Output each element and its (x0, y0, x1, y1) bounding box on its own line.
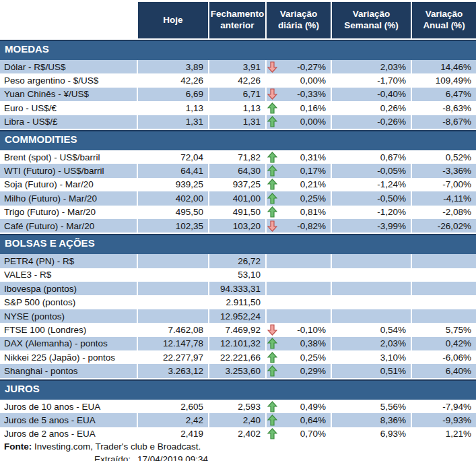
cell-variacao-diaria-value: 0,29% (300, 366, 326, 376)
cell-variacao-diaria-value: 0,38% (300, 338, 326, 348)
cell-variacao-anual: -6,06% (411, 350, 476, 364)
section-rows: Dólar - R$/US$ 3,89 3,91 -0,27% 2,03% 14… (0, 60, 476, 129)
cell-variacao-semanal (331, 295, 411, 309)
cell-variacao-semanal: -0,05% (331, 164, 411, 177)
cell-variacao-anual: -2,08% (411, 206, 476, 219)
section-title: JUROS (0, 379, 476, 400)
table-row: Milho (Futuro) - Mar/20 402,00 401,00 0,… (0, 191, 476, 205)
table-row: Nikkei 225 (Japão) - pontos 22.277,97 22… (0, 350, 476, 364)
row-label: VALE3 - R$ (0, 268, 137, 282)
cell-variacao-semanal: 8,36% (331, 413, 411, 427)
cell-fechamento: 103,20 (208, 219, 265, 233)
cell-fechamento: 6,71 (208, 88, 265, 101)
cell-variacao-diaria: 0,49% (265, 400, 331, 413)
cell-variacao-diaria (265, 254, 331, 268)
cell-variacao-diaria-value: 0,81% (300, 207, 326, 217)
cell-variacao-anual: -3,36% (411, 164, 476, 177)
section: JUROS Juros de 10 anos - EUA 2,605 2,593… (0, 379, 476, 441)
cell-hoje: 42,26 (137, 73, 208, 87)
cell-variacao-diaria-value: 0,00% (300, 75, 326, 86)
arrow-up-icon (267, 338, 277, 349)
table-body: MOEDAS Dólar - R$/US$ 3,89 3,91 -0,27% 2… (0, 40, 476, 441)
cell-variacao-semanal: -3,99% (331, 219, 411, 233)
cell-variacao-semanal (331, 268, 411, 282)
section-title: COMMODITIES (0, 130, 476, 150)
section-rows: Brent (spot) - US$/barril 72,04 71,82 0,… (0, 150, 476, 233)
cell-hoje: 102,35 (137, 219, 208, 233)
cell-variacao-semanal (331, 282, 411, 295)
row-label: Euro - US$/€ (0, 101, 137, 115)
cell-hoje: 3.263,12 (137, 364, 208, 377)
arrow-up-icon (267, 401, 277, 412)
cell-variacao-diaria-value: 0,17% (300, 166, 326, 176)
cell-variacao-anual: 1,21% (411, 427, 476, 441)
cell-variacao-diaria (265, 282, 331, 295)
row-label: Soja (Futuro) - Mar/20 (0, 178, 137, 191)
table-row: Ibovespa (pontos) 94.333,31 (0, 282, 476, 295)
header-cell-fechamento: Fechamento anterior (208, 2, 265, 38)
cell-fechamento: 3,91 (208, 60, 265, 73)
row-label: Yuan Chinês - ¥/US$ (0, 88, 137, 101)
cell-variacao-diaria: 0,29% (265, 364, 331, 377)
arrow-up-icon (267, 428, 277, 439)
cell-variacao-anual: 0,52% (411, 150, 476, 164)
cell-fechamento: 71,82 (208, 150, 265, 164)
table-row: FTSE 100 (Londres) 7.462,08 7.469,92 -0,… (0, 323, 476, 336)
cell-variacao-anual: -8,63% (411, 101, 476, 115)
section: MOEDAS Dólar - R$/US$ 3,89 3,91 -0,27% 2… (0, 40, 476, 129)
cell-variacao-anual: 6,40% (411, 364, 476, 377)
cell-fechamento: 3.253,60 (208, 364, 265, 377)
row-label: Ibovespa (pontos) (0, 282, 137, 295)
cell-hoje: 2,605 (137, 400, 208, 413)
arrow-up-icon (267, 193, 277, 204)
table-row: VALE3 - R$ 53,10 (0, 268, 476, 282)
cell-variacao-anual (411, 268, 476, 282)
table-row: DAX (Alemanha) - pontos 12.147,78 12.101… (0, 337, 476, 350)
cell-hoje (137, 295, 208, 309)
cell-variacao-diaria: 0,64% (265, 413, 331, 427)
cell-hoje: 22.277,97 (137, 350, 208, 364)
cell-variacao-diaria-value: 0,16% (300, 103, 326, 113)
cell-variacao-anual: 14,46% (411, 60, 476, 73)
table-row: Café (Futuro) - Mar/20 102,35 103,20 -0,… (0, 219, 476, 233)
cell-variacao-semanal (331, 254, 411, 268)
cell-variacao-anual: 109,49% (411, 73, 476, 87)
row-label: Trigo (Futuro) - Mar/20 (0, 206, 137, 219)
arrow-up-icon (267, 152, 277, 163)
section: BOLSAS E AÇÕES PETR4 (PN) - R$ 26,72 VAL… (0, 234, 476, 378)
header-cell-empty (0, 2, 137, 38)
cell-fechamento: 12.101,32 (208, 337, 265, 350)
cell-variacao-diaria: 0,31% (265, 150, 331, 164)
cell-hoje: 12.147,78 (137, 337, 208, 350)
cell-variacao-anual (411, 295, 476, 309)
row-label: Peso argentino - $/US$ (0, 73, 137, 87)
cell-variacao-diaria: -0,27% (265, 60, 331, 73)
cell-fechamento: 1,13 (208, 101, 265, 115)
cell-variacao-diaria (265, 268, 331, 282)
row-label: WTI (Futuro) - US$/barril (0, 164, 137, 177)
row-label: Juros de 10 anos - EUA (0, 400, 137, 413)
cell-variacao-anual: 5,75% (411, 323, 476, 336)
table-row: Juros de 10 anos - EUA 2,605 2,593 0,49%… (0, 400, 476, 413)
section-rows: Juros de 10 anos - EUA 2,605 2,593 0,49%… (0, 400, 476, 441)
cell-variacao-diaria: -0,82% (265, 219, 331, 233)
arrow-up-icon (267, 116, 277, 127)
cell-fechamento: 2,40 (208, 413, 265, 427)
table-row: Brent (spot) - US$/barril 72,04 71,82 0,… (0, 150, 476, 164)
cell-variacao-diaria-value: 0,25% (300, 352, 326, 363)
cell-hoje: 402,00 (137, 191, 208, 205)
table-row: Yuan Chinês - ¥/US$ 6,69 6,71 -0,33% -0,… (0, 88, 476, 101)
cell-variacao-diaria: 0,81% (265, 206, 331, 219)
cell-variacao-diaria-value: 0,21% (300, 179, 326, 189)
cell-variacao-anual (411, 254, 476, 268)
cell-variacao-semanal: 3,10% (331, 350, 411, 364)
cell-variacao-diaria: 0,25% (265, 191, 331, 205)
table-row: Juros de 5 anos - EUA 2,42 2,40 0,64% 8,… (0, 413, 476, 427)
row-label: DAX (Alemanha) - pontos (0, 337, 137, 350)
table-row: NYSE (pontos) 12.952,24 (0, 309, 476, 323)
source-text: Investing.com, Trader's club e Broadcast… (32, 441, 201, 452)
arrow-down-icon (267, 61, 277, 73)
cell-hoje: 72,04 (137, 150, 208, 164)
cell-fechamento: 12.952,24 (208, 309, 265, 323)
header-cell-variacao-anual: Variação Anual (%) (411, 2, 476, 38)
